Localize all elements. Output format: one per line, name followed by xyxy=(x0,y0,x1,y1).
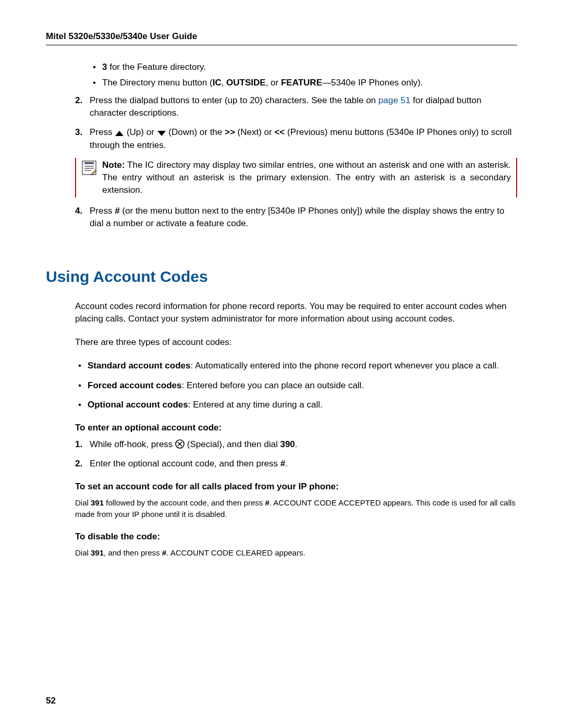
text: Press the dialpad buttons to enter (up t… xyxy=(90,95,378,105)
text: Enter the optional account code, and the… xyxy=(90,459,280,468)
bold-text: # xyxy=(280,459,285,468)
set-code-paragraph: Dial 391 followed by the account code, a… xyxy=(75,497,517,520)
text: followed by the account code, and then p… xyxy=(104,498,265,507)
bullet-item: The Directory menu button (IC, OUTSIDE, … xyxy=(90,77,517,89)
note-label: Note: xyxy=(102,160,125,170)
section-heading: Using Account Codes xyxy=(46,268,517,286)
page-number: 52 xyxy=(46,696,56,706)
optional-code-steps: 1. While off-hook, press (Special), and … xyxy=(75,438,517,470)
bullet-item: Standard account codes: Automatically en… xyxy=(75,360,517,372)
bold-text: OUTSIDE xyxy=(226,78,266,88)
bullet-item: Forced account codes: Entered before you… xyxy=(75,379,517,392)
optional-code-heading: To enter an optional account code: xyxy=(75,423,517,433)
feature-bullets: 3 for the Feature directory. The Directo… xyxy=(90,61,517,89)
svg-rect-3 xyxy=(84,162,94,164)
account-code-types: Standard account codes: Automatically en… xyxy=(75,360,517,411)
svg-marker-1 xyxy=(157,131,166,136)
bold-text: Optional account codes xyxy=(88,400,188,410)
bold-text: FEATURE xyxy=(281,78,322,88)
text: : Automatically entered into the phone r… xyxy=(190,361,499,371)
text: —5340e IP Phones only). xyxy=(322,78,423,88)
step-4: 4. Press # (or the menu button next to t… xyxy=(75,205,517,230)
text: , xyxy=(222,78,226,88)
page-link[interactable]: page 51 xyxy=(378,95,410,105)
step-number: 2. xyxy=(75,94,82,107)
types-lead: There are three types of account codes: xyxy=(75,336,517,349)
set-code-heading: To set an account code for all calls pla… xyxy=(75,482,517,492)
bold-text: IC xyxy=(213,78,222,88)
text: (Special), and then dial xyxy=(187,439,280,449)
text: While off-hook, press xyxy=(90,439,175,449)
text: : Entered before you can place an outsid… xyxy=(181,380,364,390)
text: Press xyxy=(90,206,115,216)
bold-text: Standard account codes xyxy=(88,361,190,371)
bold-text: 391 xyxy=(91,498,104,507)
bold-text: # xyxy=(265,498,269,507)
text: Dial xyxy=(75,498,91,507)
step-2: 2. Enter the optional account code, and … xyxy=(75,458,517,471)
bold-text: << xyxy=(274,127,285,137)
text: : Entered at any time during a call. xyxy=(188,400,323,410)
bold-text: 391 xyxy=(91,548,104,557)
text: . xyxy=(285,459,288,468)
document-page: Mitel 5320e/5330e/5340e User Guide 3 for… xyxy=(0,0,563,728)
svg-marker-7 xyxy=(91,169,96,175)
bullet-item: 3 for the Feature directory. xyxy=(90,61,517,73)
note-text: Note: The IC directory may display two s… xyxy=(102,159,511,196)
step-3: 3. Press (Up) or (Down) or the >> (Next)… xyxy=(75,126,517,152)
svg-marker-0 xyxy=(115,131,124,136)
special-button-icon xyxy=(175,439,185,449)
text: (Up) or xyxy=(127,127,157,137)
step-1: 1. While off-hook, press (Special), and … xyxy=(75,438,517,451)
directory-steps-cont: 4. Press # (or the menu button next to t… xyxy=(75,205,517,230)
step-2: 2. Press the dialpad buttons to enter (u… xyxy=(75,94,517,120)
note-callout: Note: The IC directory may display two s… xyxy=(75,158,517,197)
disable-code-paragraph: Dial 391, and then press #. ACCOUNT CODE… xyxy=(75,547,517,559)
text: Press xyxy=(90,127,115,137)
down-arrow-icon xyxy=(157,130,166,137)
step-number: 4. xyxy=(75,205,82,218)
disable-code-heading: To disable the code: xyxy=(75,532,517,542)
bold-text: # xyxy=(115,206,119,216)
bold-text: Forced account codes xyxy=(88,380,181,390)
text: Dial xyxy=(75,548,91,557)
note-icon xyxy=(81,159,102,196)
text: , or xyxy=(266,78,281,88)
text: , and then press xyxy=(104,548,162,557)
text: . ACCOUNT CODE CLEARED appears. xyxy=(166,548,305,557)
step-number: 1. xyxy=(75,438,82,451)
text: The Directory menu button ( xyxy=(102,78,213,88)
text: (Down) or the xyxy=(168,127,225,137)
intro-paragraph: Account codes record information for pho… xyxy=(75,300,517,326)
text: (Next) or xyxy=(238,127,275,137)
up-arrow-icon xyxy=(115,130,124,137)
step-number: 2. xyxy=(75,458,82,471)
bullet-item: Optional account codes: Entered at any t… xyxy=(75,399,517,411)
directory-steps: 2. Press the dialpad buttons to enter (u… xyxy=(75,94,517,152)
document-header: Mitel 5320e/5330e/5340e User Guide xyxy=(46,31,517,45)
step-number: 3. xyxy=(75,126,82,139)
text: The IC directory may display two similar… xyxy=(102,160,511,195)
text: (or the menu button next to the entry [5… xyxy=(90,206,504,229)
bold-text: >> xyxy=(225,127,235,137)
bold-text: 390 xyxy=(280,439,295,449)
text: . xyxy=(295,439,298,449)
text: for the Feature directory. xyxy=(107,62,206,72)
bold-text: # xyxy=(162,548,166,557)
